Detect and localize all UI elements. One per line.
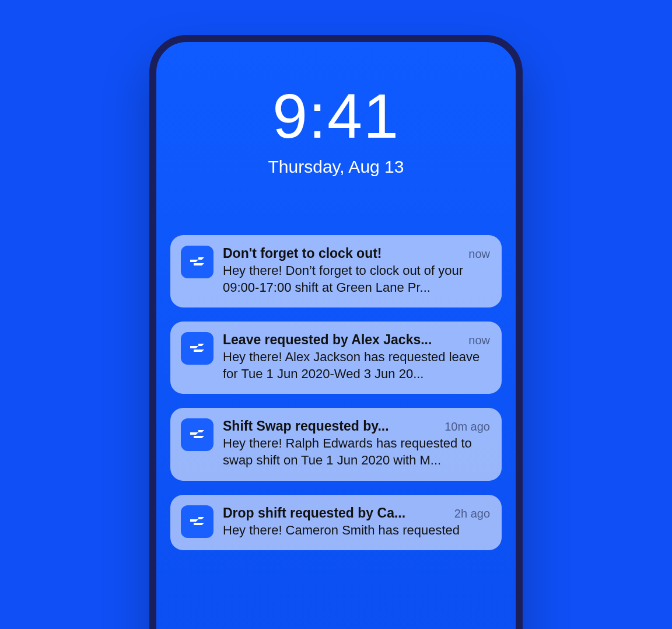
- lock-screen: 9:41 Thursday, Aug 13 Don't forget to cl…: [156, 42, 516, 629]
- notification-card[interactable]: Shift Swap requested by... 10m ago Hey t…: [170, 408, 502, 480]
- notification-timestamp: 2h ago: [454, 507, 490, 520]
- notification-content: Drop shift requested by Ca... 2h ago Hey…: [223, 505, 490, 539]
- notification-content: Shift Swap requested by... 10m ago Hey t…: [223, 418, 490, 469]
- notification-content: Leave requested by Alex Jacks... now Hey…: [223, 332, 490, 382]
- notification-list: Don't forget to clock out! now Hey there…: [170, 235, 502, 550]
- notification-title: Drop shift requested by Ca...: [223, 505, 405, 521]
- notification-card[interactable]: Don't forget to clock out! now Hey there…: [170, 235, 502, 307]
- notification-timestamp: now: [468, 247, 490, 261]
- notification-content: Don't forget to clock out! now Hey there…: [223, 246, 490, 296]
- app-icon: [181, 418, 214, 451]
- phone-frame: 9:41 Thursday, Aug 13 Don't forget to cl…: [149, 35, 523, 629]
- notification-body: Hey there! Don’t forget to clock out of …: [223, 263, 490, 296]
- notification-timestamp: now: [468, 334, 490, 347]
- notification-body: Hey there! Cameron Smith has requested: [223, 522, 490, 539]
- notification-title: Leave requested by Alex Jacks...: [223, 332, 432, 348]
- app-icon: [181, 505, 214, 538]
- notification-card[interactable]: Leave requested by Alex Jacks... now Hey…: [170, 322, 502, 394]
- lockscreen-date: Thursday, Aug 13: [170, 157, 502, 177]
- lockscreen-time: 9:41: [170, 79, 502, 152]
- app-icon: [181, 332, 214, 365]
- app-icon: [181, 246, 214, 278]
- notification-title: Don't forget to clock out!: [223, 246, 382, 261]
- notification-card[interactable]: Drop shift requested by Ca... 2h ago Hey…: [170, 495, 502, 551]
- notification-timestamp: 10m ago: [444, 420, 490, 434]
- notification-body: Hey there! Ralph Edwards has requested t…: [223, 435, 490, 469]
- notification-title: Shift Swap requested by...: [223, 418, 389, 434]
- notification-body: Hey there! Alex Jackson has requested le…: [223, 349, 490, 382]
